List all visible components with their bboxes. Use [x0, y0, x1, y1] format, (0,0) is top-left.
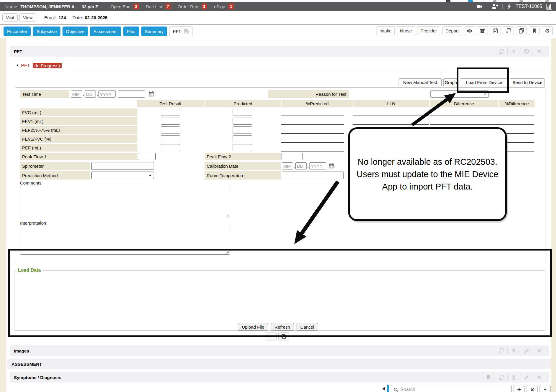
calibration-date-label: Calibration Date [205, 162, 281, 170]
fev1-test-result-input[interactable] [161, 118, 180, 125]
tab-pft-label: PFT [173, 29, 181, 34]
visit-button[interactable]: Visit [2, 13, 18, 22]
print-book-button[interactable] [495, 373, 507, 381]
order-req-badge[interactable]: 3 [202, 4, 207, 9]
peak-flow-1-input[interactable] [138, 153, 156, 160]
date-separator: - [294, 165, 295, 169]
preview-eye-button[interactable] [464, 26, 475, 35]
close-section-button[interactable] [533, 347, 545, 355]
view-button[interactable]: View [19, 13, 36, 22]
test-year-input[interactable] [98, 90, 116, 98]
prediction-method-select[interactable] [91, 172, 154, 179]
tab-summary[interactable]: Summary [141, 27, 167, 36]
status-badge[interactable]: (In Progress) [33, 63, 62, 68]
new-manual-test-button[interactable]: New Manual Test [399, 78, 442, 86]
copy-documents-button[interactable] [516, 26, 527, 35]
spirometer-input[interactable] [91, 162, 154, 170]
interpretation-textarea[interactable] [20, 226, 230, 255]
tab-assessment[interactable]: Assessment [90, 27, 121, 36]
calendar-icon[interactable] [148, 90, 154, 97]
archive-button[interactable] [477, 26, 488, 35]
collapse-section-button[interactable] [508, 47, 520, 55]
intake-button[interactable]: Intake [376, 26, 395, 35]
tab-encounter[interactable]: Encounter [4, 27, 31, 36]
book-icon [499, 375, 504, 380]
prediction-method-label: Prediction Method [20, 171, 90, 179]
tab-pft-active[interactable]: PFT [169, 26, 193, 36]
fef-predicted-input[interactable] [233, 126, 252, 134]
bookmark-button[interactable] [529, 26, 540, 35]
test-day-input[interactable] [85, 90, 96, 98]
col-pct-difference: %Difference [499, 100, 534, 107]
peak-flow-2-input[interactable] [282, 153, 303, 160]
test-month-input[interactable] [71, 90, 82, 98]
quick-action-bolt-icon[interactable] [506, 4, 512, 9]
search-input[interactable] [400, 387, 509, 392]
calibration-day-input[interactable] [295, 162, 307, 169]
graph-button[interactable]: Graph [443, 78, 458, 86]
video-call-icon[interactable] [476, 4, 483, 9]
schedule-button[interactable] [490, 26, 501, 35]
save-note-button[interactable] [278, 332, 289, 340]
load-data-actions: Upload File Refresh Cancel [0, 323, 556, 331]
esign-badge[interactable]: 1 [228, 4, 234, 9]
copy-icon [519, 28, 524, 34]
print-book-button[interactable] [495, 347, 507, 355]
print-book-button[interactable] [495, 47, 507, 55]
edit-button[interactable] [520, 347, 533, 355]
load-from-device-button[interactable]: Load From Device [460, 78, 508, 86]
tab-plan[interactable]: Plan [123, 27, 139, 36]
edit-button[interactable] [520, 373, 533, 381]
refresh-button[interactable]: Refresh [271, 323, 294, 331]
enc-number-label: Enc #: [44, 15, 57, 20]
cancel-button[interactable]: Cancel [297, 323, 318, 331]
upload-file-button[interactable]: Upload File [238, 323, 268, 331]
add-diagnosis-button[interactable] [514, 385, 525, 392]
depart-button[interactable]: Depart [442, 26, 462, 35]
test-hour-input[interactable] [118, 90, 145, 98]
disable-section-button[interactable] [520, 47, 533, 55]
reason-for-test-select[interactable] [430, 90, 489, 98]
pef-predicted-input[interactable] [233, 144, 252, 151]
enc-number-value: 124 [59, 15, 66, 20]
provider-button[interactable]: Provider [417, 26, 440, 35]
calibration-year-input[interactable] [309, 162, 326, 169]
pef-test-result-input[interactable] [161, 144, 180, 151]
close-icon [537, 375, 542, 380]
open-enc-badge[interactable]: 2 [134, 4, 139, 9]
close-section-button[interactable] [533, 47, 545, 55]
room-temperature-input[interactable] [282, 172, 344, 179]
collapse-up-button[interactable] [539, 385, 551, 392]
close-section-button[interactable] [533, 373, 545, 381]
diagnosis-search[interactable] [391, 385, 512, 392]
send-to-device-button[interactable]: Send to Device [510, 78, 545, 86]
add-person-icon[interactable] [491, 4, 499, 9]
nurse-button[interactable]: Nurse [397, 26, 415, 35]
chart-stats-icon[interactable] [546, 4, 552, 10]
webchart-app-window: Name: THOMPSON, JENNIFER A. 32 y/o F Ope… [0, 0, 556, 392]
settings-button[interactable]: ⚙ [542, 26, 553, 35]
fev1fvc-test-result-input[interactable] [161, 135, 180, 142]
calibration-month-input[interactable] [282, 162, 293, 169]
dictate-button[interactable] [508, 373, 520, 381]
chart-book-button[interactable] [503, 26, 514, 35]
fev1-predicted-input[interactable] [233, 118, 252, 125]
expand-note-button[interactable] [266, 332, 277, 340]
bookmark-button[interactable] [482, 373, 495, 381]
pft-item-link[interactable]: PFT [21, 63, 30, 68]
due-list-badge[interactable]: 7 [165, 4, 171, 9]
comments-textarea[interactable] [20, 186, 230, 218]
tab-subjective[interactable]: Subjective [33, 27, 60, 36]
fef-test-result-input[interactable] [161, 126, 180, 134]
calendar-icon[interactable] [328, 162, 335, 169]
test-time-label: Test Time [20, 90, 69, 98]
tab-objective[interactable]: Objective [62, 27, 88, 36]
dictate-button[interactable] [508, 347, 520, 355]
chevron-down-icon [269, 334, 274, 339]
fev1fvc-predicted-input[interactable] [233, 135, 252, 142]
fvc-test-result-input[interactable] [161, 109, 180, 116]
row-label-fvc: FVC (mL) [20, 108, 137, 116]
collapse-left-icon[interactable] [382, 387, 385, 391]
clear-button[interactable] [527, 385, 538, 392]
fvc-predicted-input[interactable] [233, 109, 252, 116]
